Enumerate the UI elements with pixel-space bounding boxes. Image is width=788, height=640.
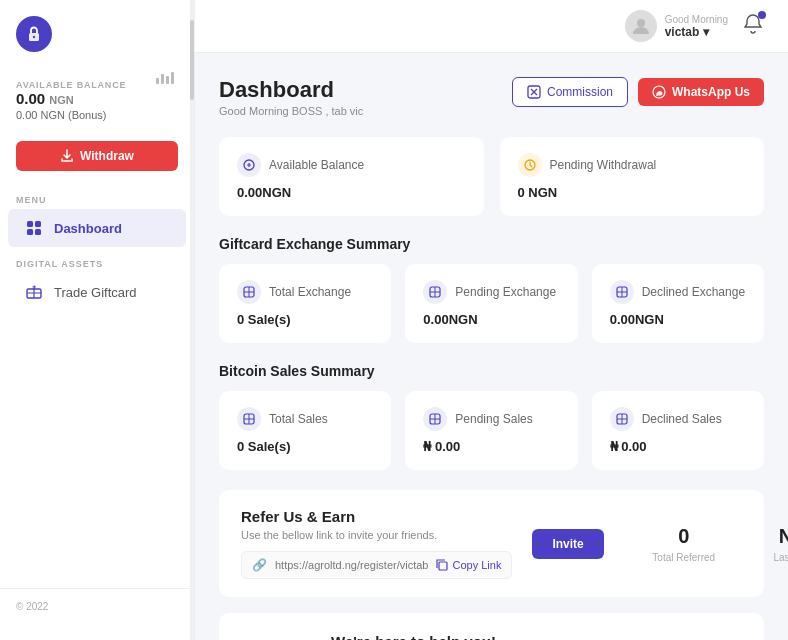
giftcard-card-0: Total Exchange 0 Sale(s) [219, 264, 391, 343]
dashboard-content: Dashboard Good Morning BOSS , tab vic Co… [195, 53, 788, 640]
support-text: We're here to help you! Ask a question o… [331, 633, 586, 640]
bitcoin-card-title-1: Pending Sales [455, 412, 532, 426]
svg-rect-7 [35, 221, 41, 227]
svg-rect-9 [35, 229, 41, 235]
balance-label: AVAILABLE BALANCE [16, 80, 178, 90]
balance-amount: 0.00 [16, 90, 45, 107]
commission-button[interactable]: Commission [512, 77, 628, 107]
scrollbar-track[interactable] [190, 0, 194, 640]
sidebar-item-dashboard[interactable]: Dashboard [8, 209, 186, 247]
bitcoin-card-value-2: ₦ 0.00 [610, 439, 746, 454]
sidebar: AVAILABLE BALANCE 0.00 NGN 0.00 NGN (Bon… [0, 0, 195, 640]
refer-earn-card: Refer Us & Earn Use the bellow link to i… [219, 490, 764, 597]
refer-link-row: 🔗 https://agroltd.ng/register/victab Cop… [241, 551, 512, 579]
avatar [625, 10, 657, 42]
copy-link-button[interactable]: Copy Link [436, 559, 501, 571]
page-subtitle: Good Morning BOSS , tab vic [219, 105, 363, 117]
last-referred-value: None [779, 525, 788, 548]
bell-container[interactable] [742, 13, 764, 40]
svg-rect-5 [171, 72, 174, 84]
page-title-block: Dashboard Good Morning BOSS , tab vic [219, 77, 363, 117]
bitcoin-icon-2 [610, 407, 634, 431]
svg-rect-4 [166, 76, 169, 84]
card-header: Available Balance [237, 153, 466, 177]
sidebar-item-trade-giftcard[interactable]: Trade Giftcard [8, 273, 186, 311]
giftcard-icon-1 [423, 280, 447, 304]
withdraw-button[interactable]: Withdraw [16, 141, 178, 171]
balance-card-icon [237, 153, 261, 177]
chevron-down-icon: ▾ [703, 25, 709, 39]
balance-currency: NGN [49, 94, 73, 106]
whatsapp-button[interactable]: WhatsApp Us [638, 78, 764, 106]
notification-badge [758, 11, 766, 19]
svg-rect-22 [439, 562, 447, 570]
bitcoin-section-title: Bitcoin Sales Summary [219, 363, 764, 379]
balance-card-value: 0.00NGN [237, 185, 466, 200]
giftcard-icon-0 [237, 280, 261, 304]
sidebar-footer: © 2022 [0, 588, 194, 624]
last-referred-label: Last Referred [773, 552, 788, 563]
header-actions: Commission WhatsApp Us [512, 77, 764, 107]
svg-point-11 [637, 19, 645, 27]
page-title: Dashboard [219, 77, 363, 103]
sidebar-logo [0, 16, 194, 72]
invite-button[interactable]: Invite [532, 529, 603, 559]
bell-icon [742, 19, 764, 39]
giftcard-card-2: Declined Exchange 0.00NGN [592, 264, 764, 343]
bitcoin-card-value-0: 0 Sale(s) [237, 439, 373, 454]
giftcard-icon-2 [610, 280, 634, 304]
link-icon: 🔗 [252, 558, 267, 572]
refer-subtitle: Use the bellow link to invite your frien… [241, 529, 512, 541]
svg-rect-8 [27, 229, 33, 235]
user-greeting: Good Morning [665, 14, 728, 25]
sidebar-item-dashboard-label: Dashboard [54, 221, 122, 236]
bitcoin-card-title-0: Total Sales [269, 412, 328, 426]
bitcoin-card-0: Total Sales 0 Sale(s) [219, 391, 391, 470]
giftcard-card-title-0: Total Exchange [269, 285, 351, 299]
pending-card-title: Pending Withdrawal [550, 158, 657, 172]
username: victab ▾ [665, 25, 728, 39]
available-balance-card: Available Balance 0.00NGN [219, 137, 484, 216]
giftcard-icon [24, 282, 44, 302]
giftcard-card-1: Pending Exchange 0.00NGN [405, 264, 577, 343]
pending-card-value: 0 NGN [518, 185, 747, 200]
svg-rect-2 [156, 78, 159, 84]
bitcoin-card-2: Declined Sales ₦ 0.00 [592, 391, 764, 470]
pending-withdrawal-card: Pending Withdrawal 0 NGN [500, 137, 765, 216]
main-content: Good Morning victab ▾ Dashboard Goo [195, 0, 788, 640]
giftcard-card-value-2: 0.00NGN [610, 312, 746, 327]
dashboard-icon [24, 218, 44, 238]
total-referred-stat: 0 Total Referred [644, 525, 724, 563]
page-header: Dashboard Good Morning BOSS , tab vic Co… [219, 77, 764, 117]
last-referred-stat: None Last Referred [764, 525, 788, 563]
chart-icon [156, 68, 174, 89]
bitcoin-card-title-2: Declined Sales [642, 412, 722, 426]
scrollbar-thumb [190, 20, 194, 100]
giftcard-card-value-0: 0 Sale(s) [237, 312, 373, 327]
refer-link: https://agroltd.ng/register/victab [275, 559, 428, 571]
svg-rect-6 [27, 221, 33, 227]
topbar: Good Morning victab ▾ [195, 0, 788, 53]
giftcard-card-title-2: Declined Exchange [642, 285, 745, 299]
total-referred-label: Total Referred [652, 552, 715, 563]
balance-cards-row: Available Balance 0.00NGN Pending Withdr… [219, 137, 764, 216]
menu-section-label: MENU [0, 183, 194, 209]
bitcoin-icon-0 [237, 407, 261, 431]
user-menu[interactable]: Good Morning victab ▾ [625, 10, 728, 42]
total-referred-value: 0 [678, 525, 689, 548]
bitcoin-cards-row: Total Sales 0 Sale(s) Pending Sales ₦ 0.… [219, 391, 764, 470]
bitcoin-card-value-1: ₦ 0.00 [423, 439, 559, 454]
pending-card-icon [518, 153, 542, 177]
support-title: We're here to help you! [331, 633, 586, 640]
svg-point-1 [33, 36, 35, 38]
logo-icon [16, 16, 52, 52]
giftcard-cards-row: Total Exchange 0 Sale(s) Pending Exchang… [219, 264, 764, 343]
digital-assets-label: DIGITAL ASSETS [0, 247, 194, 273]
support-card: We're here to help you! Ask a question o… [219, 613, 764, 640]
balance-card-title: Available Balance [269, 158, 364, 172]
balance-bonus: 0.00 NGN (Bonus) [16, 109, 178, 121]
user-info: Good Morning victab ▾ [665, 14, 728, 39]
pending-card-header: Pending Withdrawal [518, 153, 747, 177]
giftcard-card-value-1: 0.00NGN [423, 312, 559, 327]
refer-text: Refer Us & Earn Use the bellow link to i… [241, 508, 512, 579]
